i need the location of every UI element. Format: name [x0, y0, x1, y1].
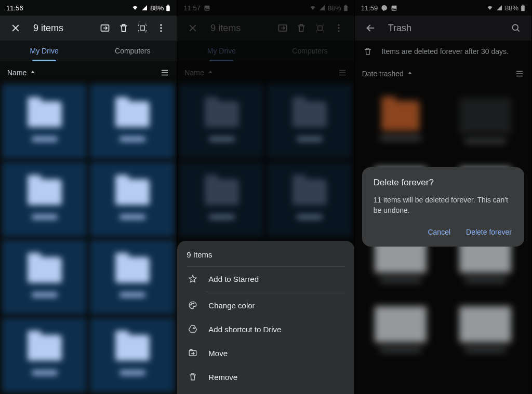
folder-icon	[115, 179, 150, 205]
star-icon	[188, 274, 198, 283]
view-toggle[interactable]	[338, 68, 347, 77]
trash-icon	[188, 372, 198, 382]
sheet-item-label: Move	[208, 349, 228, 358]
battery-text: 88%	[150, 4, 164, 12]
image-notification-icon	[204, 5, 210, 11]
folder-icon	[28, 179, 62, 205]
tab-my-drive[interactable]: My Drive	[177, 40, 265, 61]
sort-label: Name	[184, 69, 204, 77]
folder-icon	[292, 101, 327, 127]
folder-icon	[28, 101, 62, 127]
sort-label: Name	[7, 69, 26, 77]
svg-point-13	[338, 27, 339, 29]
move-icon	[188, 348, 198, 358]
svg-point-17	[193, 303, 194, 304]
status-bar: 11:56 88%	[0, 0, 177, 16]
delete-button[interactable]	[292, 19, 311, 37]
folder-card[interactable]	[90, 162, 175, 237]
sheet-change-color[interactable]: Change color	[187, 293, 344, 317]
sheet-add-starred[interactable]: Add to Starred	[187, 267, 344, 291]
signal-icon	[141, 5, 148, 11]
clock-text: 11:57	[183, 4, 201, 12]
svg-rect-1	[167, 5, 169, 6]
folder-icon	[205, 101, 239, 127]
folder-icon	[115, 257, 150, 283]
folder-card[interactable]	[267, 162, 352, 237]
folder-icon	[115, 101, 150, 127]
sort-button[interactable]: Name	[184, 69, 213, 77]
status-bar: 11:57 88%	[177, 0, 354, 16]
more-button[interactable]	[152, 19, 170, 37]
folder-card[interactable]	[2, 162, 87, 237]
view-toggle[interactable]	[160, 68, 169, 77]
sheet-item-label: Add to Starred	[208, 275, 259, 283]
sheet-move[interactable]: Move	[187, 341, 344, 365]
move-to-button[interactable]	[273, 19, 292, 37]
sort-bar: Name	[0, 61, 177, 84]
folder-icon	[205, 179, 239, 205]
folder-card[interactable]	[179, 84, 264, 159]
folder-icon	[28, 335, 62, 361]
delete-button[interactable]	[114, 19, 133, 37]
close-button[interactable]	[183, 19, 202, 37]
battery-text: 88%	[328, 4, 341, 12]
arrow-up-icon	[207, 70, 214, 76]
divider	[206, 292, 344, 292]
clock-text: 11:56	[6, 4, 23, 12]
folder-card[interactable]	[2, 318, 87, 392]
selection-count: 9 items	[210, 23, 273, 34]
folder-card[interactable]	[267, 84, 352, 159]
tab-computers[interactable]: Computers	[266, 40, 354, 61]
svg-point-6	[161, 30, 162, 32]
file-grid	[0, 84, 177, 392]
battery-icon	[343, 5, 348, 11]
wifi-icon	[309, 5, 316, 11]
svg-rect-0	[167, 5, 170, 11]
sort-button[interactable]: Name	[7, 69, 36, 77]
move-to-button[interactable]	[96, 19, 114, 37]
tab-my-drive[interactable]: My Drive	[0, 40, 88, 61]
drive-shortcut-icon	[188, 324, 198, 334]
app-bar: 9 items	[177, 16, 354, 40]
sheet-title: 9 Items	[187, 250, 344, 267]
folder-icon	[115, 335, 150, 361]
dialog-title: Delete forever?	[374, 178, 513, 188]
folder-card[interactable]	[90, 318, 175, 392]
svg-rect-8	[344, 5, 348, 11]
svg-point-16	[192, 303, 193, 304]
palette-icon	[188, 301, 198, 310]
sort-bar: Name	[177, 61, 354, 84]
more-button[interactable]	[329, 19, 348, 37]
svg-rect-9	[345, 5, 347, 6]
battery-icon	[166, 5, 170, 11]
folder-icon	[292, 179, 327, 205]
svg-point-5	[161, 27, 162, 29]
delete-forever-button[interactable]: Delete forever	[465, 225, 513, 239]
svg-rect-3	[140, 26, 144, 30]
folder-card[interactable]	[179, 162, 264, 237]
signal-icon	[318, 5, 326, 11]
close-button[interactable]	[6, 19, 25, 37]
folder-icon	[28, 257, 62, 283]
folder-card[interactable]	[90, 240, 175, 315]
svg-point-14	[338, 30, 339, 32]
tabs: My Drive Computers	[0, 40, 177, 61]
sheet-add-shortcut[interactable]: Add shortcut to Drive	[187, 317, 344, 341]
app-bar: 9 items	[0, 16, 177, 40]
sheet-item-label: Remove	[208, 373, 237, 382]
folder-card[interactable]	[2, 84, 87, 159]
tab-computers[interactable]: Computers	[88, 40, 177, 61]
svg-rect-11	[317, 26, 322, 30]
folder-card[interactable]	[90, 84, 175, 159]
dialog-body: 11 items will be deleted forever. This c…	[374, 195, 513, 215]
sheet-remove[interactable]: Remove	[187, 365, 344, 389]
svg-point-12	[338, 24, 339, 26]
select-all-button[interactable]	[311, 19, 329, 37]
folder-card[interactable]	[2, 240, 87, 315]
sheet-item-label: Add shortcut to Drive	[208, 325, 281, 334]
svg-point-4	[161, 24, 162, 26]
sheet-item-label: Change color	[208, 301, 255, 310]
bottom-sheet: 9 Items Add to Starred Change color Add …	[177, 241, 354, 394]
cancel-button[interactable]: Cancel	[427, 225, 451, 239]
select-all-button[interactable]	[133, 19, 152, 37]
